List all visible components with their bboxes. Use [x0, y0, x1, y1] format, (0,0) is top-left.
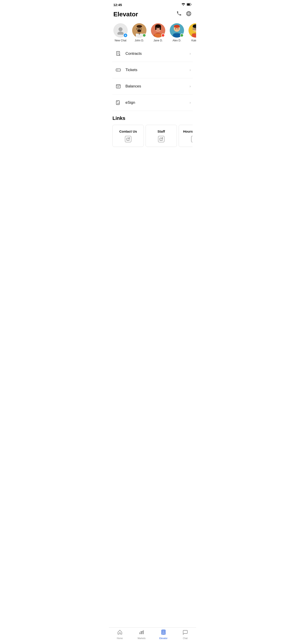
- tickets-icon: [114, 66, 122, 74]
- contact-alex-d[interactable]: Alex D.: [169, 23, 185, 42]
- header-actions: [176, 11, 192, 18]
- links-section: Links Contact Us Staff: [109, 111, 196, 150]
- menu-item-balances[interactable]: Balances ›: [112, 78, 192, 94]
- contacts-row: + New Chat: [109, 22, 196, 46]
- john-d-avatar-wrapper: [132, 23, 146, 38]
- svg-point-4: [118, 32, 124, 35]
- tickets-label: Tickets: [126, 68, 190, 72]
- svg-rect-34: [192, 34, 196, 38]
- status-time: 12:45: [113, 3, 122, 7]
- new-chat-plus-badge: +: [123, 33, 128, 38]
- globe-icon[interactable]: [186, 11, 192, 18]
- contact-us-label: Contact Us: [119, 130, 137, 133]
- jane-d-label: Jane D.: [154, 39, 162, 42]
- phone-icon[interactable]: [176, 11, 182, 18]
- svg-point-24: [175, 28, 176, 29]
- battery-icon: [187, 3, 192, 7]
- esign-label: eSign: [126, 100, 190, 105]
- menu-item-esign[interactable]: ×S eSign ›: [112, 94, 192, 111]
- alex-d-avatar-wrapper: [170, 23, 184, 38]
- balances-chevron: ›: [190, 84, 191, 88]
- menu-item-contracts[interactable]: Contracts ›: [112, 46, 192, 62]
- svg-rect-30: [193, 26, 196, 28]
- svg-point-11: [137, 30, 141, 32]
- svg-rect-20: [154, 34, 162, 38]
- balances-label: Balances: [126, 84, 190, 88]
- menu-list: Contracts › Tickets › Balances ›: [109, 46, 196, 111]
- svg-rect-26: [173, 34, 180, 38]
- staff-external-icon: [158, 136, 164, 142]
- svg-point-25: [178, 28, 178, 29]
- svg-rect-16: [155, 26, 156, 30]
- contact-jane-d[interactable]: Jane D.: [150, 23, 166, 42]
- kate-p-avatar-wrapper: [188, 23, 196, 38]
- hours-exam-label: Hours Exam...: [183, 130, 192, 133]
- svg-point-23: [174, 25, 180, 28]
- svg-point-7: [136, 25, 142, 28]
- status-icons: [181, 3, 192, 7]
- staff-label: Staff: [158, 130, 165, 133]
- john-d-label: John D.: [134, 39, 144, 42]
- link-card-hours-exam[interactable]: Hours Exam...: [179, 125, 192, 147]
- balances-icon: [114, 82, 122, 90]
- menu-item-tickets[interactable]: Tickets ›: [112, 62, 192, 78]
- svg-point-3: [118, 27, 122, 31]
- app-title: Elevator: [113, 11, 138, 18]
- hours-exam-external-icon: [191, 136, 192, 142]
- contracts-icon: [114, 50, 122, 58]
- contact-new-chat[interactable]: + New Chat: [112, 23, 128, 42]
- john-d-status-badge: [142, 34, 146, 37]
- svg-rect-40: [116, 84, 120, 88]
- svg-rect-1: [187, 4, 190, 5]
- link-card-staff[interactable]: Staff: [146, 125, 177, 147]
- svg-point-18: [156, 28, 158, 29]
- svg-rect-17: [160, 26, 161, 30]
- links-grid: Contact Us Staff Hours Exam...: [112, 125, 192, 147]
- jane-d-status-badge: [161, 34, 165, 37]
- svg-point-19: [159, 28, 160, 29]
- contact-us-external-icon: [125, 136, 131, 142]
- new-chat-label: New Chat: [115, 39, 126, 42]
- contact-john-d[interactable]: John D.: [131, 23, 147, 42]
- contact-kate-p[interactable]: Kate P.: [188, 23, 196, 42]
- kate-p-label: Kate P.: [192, 39, 196, 42]
- link-card-contact-us[interactable]: Contact Us: [112, 125, 144, 147]
- wifi-icon: [181, 3, 185, 7]
- kate-p-avatar: [188, 23, 196, 38]
- svg-point-2: [186, 12, 191, 16]
- esign-icon: ×S: [114, 98, 122, 107]
- links-title: Links: [112, 116, 192, 121]
- alex-d-label: Alex D.: [172, 39, 181, 42]
- jane-d-avatar-wrapper: [151, 23, 165, 38]
- esign-chevron: ›: [190, 100, 191, 105]
- tickets-chevron: ›: [190, 68, 191, 72]
- svg-text:×S: ×S: [116, 101, 118, 102]
- contracts-chevron: ›: [190, 52, 191, 56]
- new-chat-avatar-wrapper: +: [113, 23, 128, 38]
- status-bar: 12:45: [109, 0, 196, 8]
- alex-d-status-badge: [180, 34, 184, 37]
- contracts-label: Contracts: [126, 52, 190, 56]
- app-header: Elevator: [109, 8, 196, 22]
